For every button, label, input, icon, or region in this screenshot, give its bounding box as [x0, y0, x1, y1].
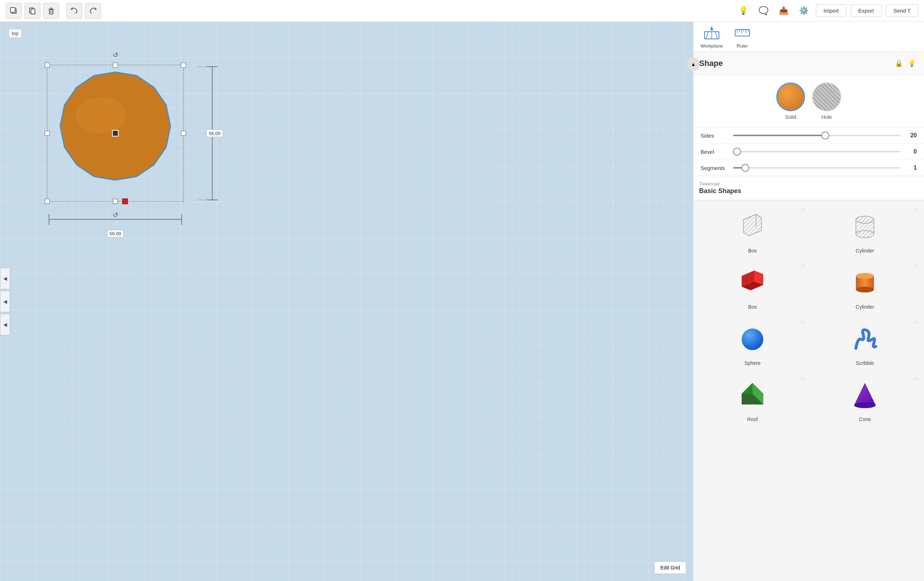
right-panel: Workplane Ruler ▲ Shape	[693, 21, 924, 581]
copy-button[interactable]	[25, 3, 40, 19]
shape-item-label-sphere-blue: Sphere	[744, 360, 761, 366]
duplicate-button[interactable]	[6, 3, 21, 19]
shape-item-icon-box-red	[734, 265, 771, 301]
solid-icon	[776, 82, 805, 111]
collapse-panel-button[interactable]: ▲	[687, 58, 700, 71]
bounding-box: ↺ ↺ 56.00	[47, 65, 184, 202]
import-button[interactable]: Import	[816, 4, 846, 17]
center-handle[interactable]	[112, 130, 119, 137]
shapes-library: Tinkercad Basic Shapes ☆	[693, 176, 924, 581]
svg-line-23	[715, 32, 718, 39]
favorite-star-roof-green[interactable]: ☆	[800, 375, 806, 382]
workplane-label: Workplane	[701, 43, 723, 49]
favorite-star-cylinder-orange[interactable]: ☆	[912, 262, 918, 270]
help-icon-btn[interactable]: 💡	[735, 3, 751, 19]
shape-item-label-roof-green: Roof	[747, 416, 758, 422]
favorite-star-sphere-blue[interactable]: ☆	[800, 318, 806, 326]
shape-item-cylinder-orange[interactable]: ☆	[808, 259, 921, 316]
shape-item-box-gray[interactable]: ☆	[696, 203, 808, 259]
undo-button[interactable]	[66, 3, 82, 19]
shape-item-box-red[interactable]: ☆ Box	[696, 259, 808, 316]
shape-panel-header: Shape 🔒 💡	[693, 52, 924, 75]
svg-marker-24	[710, 26, 713, 30]
shapes-grid: ☆	[693, 200, 924, 431]
sides-label: Sides	[701, 133, 733, 139]
left-side-buttons: ◀ ◀ ◀	[0, 268, 10, 335]
shape-item-icon-sphere-blue	[734, 321, 771, 357]
settings-icon-btn[interactable]: ⚙️	[796, 3, 812, 19]
view-side-btn-3[interactable]: ◀	[0, 314, 10, 335]
toolbar: 💡 🗨️ 📤 ⚙️ Import Export Send T	[0, 0, 924, 21]
handle-bl[interactable]	[45, 199, 50, 204]
segments-value: 1	[901, 165, 917, 171]
sides-value: 20	[901, 132, 917, 139]
shape-item-label-box-gray: Box	[748, 248, 757, 253]
ruler-label: Ruler	[737, 43, 748, 49]
library-title: Basic Shapes	[699, 187, 918, 195]
svg-rect-1	[10, 8, 15, 12]
handle-mr[interactable]	[181, 131, 186, 136]
favorite-star-scribble[interactable]: ☆	[912, 318, 918, 326]
hole-icon	[812, 82, 841, 111]
hole-option[interactable]: Hole	[812, 82, 841, 120]
view-label: top	[9, 29, 21, 38]
shape-item-sphere-blue[interactable]: ☆ Sphere	[696, 316, 808, 372]
sides-row: Sides 20	[693, 127, 924, 143]
main-area: ◀ ◀ ◀ top	[0, 21, 924, 581]
favorite-star-cylinder-gray[interactable]: ☆	[912, 206, 918, 214]
library-header: Tinkercad Basic Shapes	[693, 176, 924, 200]
handle-bm[interactable]	[113, 199, 118, 204]
favorite-star-cone-purple[interactable]: ☆	[912, 375, 918, 382]
solid-label: Solid	[785, 114, 796, 120]
edit-grid-button[interactable]: Edit Grid	[655, 561, 686, 574]
svg-point-54	[854, 402, 876, 408]
lock-icon-btn[interactable]: 🔒	[892, 57, 905, 70]
shape-item-cylinder-gray[interactable]: ☆	[808, 203, 921, 259]
shape-item-icon-box-gray	[734, 209, 771, 245]
view-ctrl-workplane[interactable]: Workplane	[701, 25, 723, 49]
sides-slider[interactable]	[733, 132, 901, 139]
shape-item-icon-roof-green	[734, 377, 771, 413]
lightbulb-icon-btn[interactable]: 💡	[905, 57, 918, 70]
dim-bottom-container: 56.00	[47, 212, 183, 234]
comment-icon-btn[interactable]: 🗨️	[755, 3, 771, 19]
canvas-area[interactable]: ◀ ◀ ◀ top	[0, 21, 693, 581]
favorite-star-box-gray[interactable]: ☆	[800, 206, 806, 214]
rotate-handle-top[interactable]: ↺	[111, 51, 120, 59]
bevel-slider[interactable]	[733, 148, 901, 155]
view-side-btn-1[interactable]: ◀	[0, 268, 10, 289]
shape-item-icon-cone-purple	[847, 377, 883, 413]
shape-properties-panel: ▲ Shape 🔒 💡 Solid Hole Sides	[693, 52, 924, 176]
shape-item-icon-cylinder-gray	[847, 209, 883, 245]
handle-tl[interactable]	[45, 63, 50, 68]
view-ctrl-ruler[interactable]: Ruler	[734, 25, 751, 49]
shape-item-roof-green[interactable]: ☆ Roof	[696, 372, 808, 428]
shape-item-label-scribble: Scribble	[856, 360, 874, 366]
shape-container[interactable]: ↺ ↺ 56.00	[47, 65, 205, 223]
svg-point-49	[742, 329, 763, 350]
dim-bottom-label: 56.00	[107, 230, 124, 237]
favorite-star-box-red[interactable]: ☆	[800, 262, 806, 270]
handle-tm[interactable]	[113, 63, 118, 68]
send-button[interactable]: Send T	[886, 4, 918, 17]
shape-item-scribble[interactable]: ☆ Scribble	[808, 316, 921, 372]
export-button[interactable]: Export	[851, 4, 881, 17]
handle-ml[interactable]	[45, 131, 50, 136]
delete-button[interactable]	[43, 3, 59, 19]
segments-slider[interactable]	[733, 164, 901, 171]
toolbar-right: 💡 🗨️ 📤 ⚙️ Import Export Send T	[735, 3, 918, 19]
view-side-btn-2[interactable]: ◀	[0, 291, 10, 312]
redo-button[interactable]	[85, 3, 101, 19]
svg-marker-33	[743, 214, 761, 236]
red-handle-bottom[interactable]	[122, 199, 128, 204]
handle-tr[interactable]	[181, 63, 186, 68]
library-section-title: Tinkercad	[699, 181, 918, 187]
hole-label: Hole	[822, 114, 832, 120]
toolbar-history-group	[66, 3, 101, 19]
share-icon-btn[interactable]: 📤	[776, 3, 791, 19]
dim-right-container: 56.00	[191, 65, 219, 201]
solid-option[interactable]: Solid	[776, 82, 805, 120]
view-controls-row: Workplane Ruler	[693, 21, 924, 52]
shape-item-cone-purple[interactable]: ☆ Cone	[808, 372, 921, 428]
bevel-label: Bevel	[701, 149, 733, 155]
